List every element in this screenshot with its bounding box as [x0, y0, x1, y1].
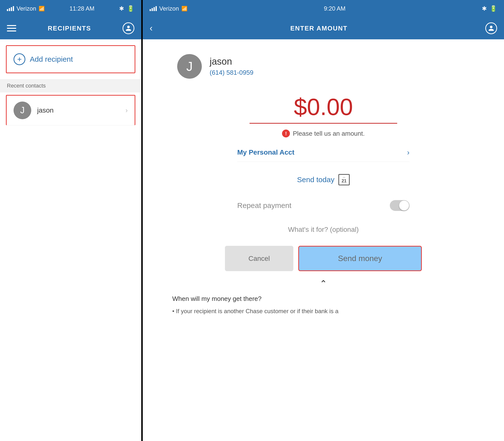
left-status-right: ✱ 🔋 [119, 5, 134, 12]
right-wifi-icon: 📶 [181, 6, 187, 12]
error-message: ! Please tell us an amount. [282, 129, 365, 137]
right-signal-bars-icon [150, 6, 157, 11]
account-selector[interactable]: My Personal Acct › [237, 143, 409, 162]
back-arrow-button[interactable]: ‹ [150, 23, 152, 33]
calendar-icon: — 21 [338, 174, 350, 185]
right-content: J jason (614) 581-0959 $0.00 ! Please te… [143, 39, 504, 441]
recipient-name: jason [210, 56, 253, 67]
info-section: When will my money get there? • If your … [157, 294, 353, 316]
right-status-left: Verizon 📶 [150, 5, 187, 12]
optional-label[interactable]: What's it for? (optional) [288, 226, 359, 234]
repeat-payment-row: Repeat payment [237, 195, 409, 216]
left-panel: Verizon 📶 11:28 AM ✱ 🔋 RECIPIENTS + Add … [0, 0, 143, 441]
recent-contacts-section: Recent contacts [0, 79, 141, 93]
right-nav-bar: ‹ ENTER AMOUNT [143, 17, 504, 39]
repeat-payment-toggle[interactable] [390, 200, 409, 211]
add-recipient-label: Add recipient [30, 55, 73, 63]
add-recipient-button[interactable]: + Add recipient [6, 45, 135, 73]
info-bullet-1: • If your recipient is another Chase cus… [172, 307, 338, 316]
recipient-phone: (614) 581-0959 [210, 69, 253, 77]
amount-underline [250, 123, 397, 124]
right-battery-icon: 🔋 [490, 5, 497, 12]
send-money-button[interactable]: Send money [298, 246, 422, 271]
account-chevron-icon: › [407, 148, 409, 157]
account-label: My Personal Acct [237, 148, 294, 156]
right-time: 9:20 AM [324, 5, 346, 12]
right-bluetooth-icon: ✱ [482, 5, 487, 12]
repeat-payment-label: Repeat payment [237, 201, 291, 210]
right-user-icon-button[interactable] [485, 22, 497, 34]
right-status-right: ✱ 🔋 [482, 5, 497, 12]
plus-icon: + [14, 53, 25, 65]
recipient-details: jason (614) 581-0959 [210, 56, 253, 77]
send-today-row[interactable]: Send today — 21 [297, 174, 350, 185]
action-buttons: Cancel Send money [225, 246, 422, 271]
contact-chevron-icon: › [126, 107, 128, 114]
battery-icon: 🔋 [127, 5, 134, 12]
right-carrier-label: Verizon [159, 5, 179, 12]
recent-contacts-label: Recent contacts [7, 83, 46, 89]
left-nav-bar: RECIPIENTS [0, 17, 141, 39]
left-user-icon-button[interactable] [123, 22, 134, 34]
cancel-button[interactable]: Cancel [225, 246, 293, 271]
right-nav-title: ENTER AMOUNT [290, 25, 348, 32]
right-panel: Verizon 📶 9:20 AM ✱ 🔋 ‹ ENTER AMOUNT J j… [143, 0, 504, 441]
send-today-label: Send today [297, 175, 335, 184]
hamburger-menu-button[interactable] [7, 25, 16, 32]
contact-jason-item[interactable]: J jason › [6, 95, 135, 125]
info-title: When will my money get there? [172, 294, 338, 304]
jason-name: jason [37, 107, 54, 114]
jason-avatar: J [14, 102, 31, 119]
bluetooth-icon: ✱ [119, 5, 124, 12]
amount-display[interactable]: $0.00 [294, 94, 353, 120]
left-status-bar: Verizon 📶 11:28 AM ✱ 🔋 [0, 0, 141, 17]
left-time: 11:28 AM [69, 5, 94, 12]
error-icon: ! [282, 129, 290, 137]
toggle-knob [399, 201, 409, 210]
error-text: Please tell us an amount. [293, 130, 365, 137]
wifi-icon: 📶 [39, 6, 45, 12]
left-status-left: Verizon 📶 [7, 5, 45, 12]
recipient-info: J jason (614) 581-0959 [177, 54, 253, 79]
recipient-avatar: J [177, 54, 202, 79]
carrier-label: Verizon [17, 5, 36, 12]
expand-chevron-button[interactable]: ⌃ [320, 279, 327, 289]
signal-bars-icon [7, 6, 14, 11]
right-status-bar: Verizon 📶 9:20 AM ✱ 🔋 [143, 0, 504, 17]
left-nav-title: RECIPIENTS [48, 25, 91, 32]
